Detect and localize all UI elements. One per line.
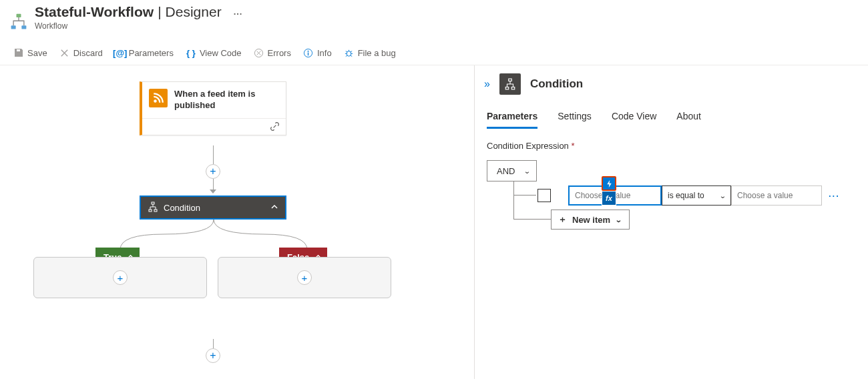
dynamic-content-button[interactable] bbox=[602, 176, 616, 191]
info-icon bbox=[303, 47, 314, 58]
designer-canvas[interactable]: When a feed item is published + Conditio… bbox=[0, 65, 474, 379]
discard-icon bbox=[59, 47, 70, 58]
command-bar: Save Discard [@] Parameters { } View Cod… bbox=[0, 41, 868, 65]
discard-button[interactable]: Discard bbox=[59, 47, 103, 58]
workflow-name: Stateful-Workflow bbox=[35, 4, 154, 20]
group-operator-label: AND bbox=[497, 166, 515, 176]
save-button[interactable]: Save bbox=[13, 47, 47, 58]
condition-icon bbox=[499, 73, 521, 95]
properties-panel: » Condition Parameters Settings Code Vie… bbox=[474, 65, 868, 379]
condition-title: Condition bbox=[164, 203, 200, 213]
save-icon bbox=[13, 47, 24, 58]
svg-point-5 bbox=[308, 50, 309, 51]
panel-tabs: Parameters Settings Code View About bbox=[487, 111, 852, 129]
svg-point-7 bbox=[347, 51, 351, 56]
discard-label: Discard bbox=[73, 48, 103, 58]
row-checkbox[interactable] bbox=[537, 189, 551, 202]
file-bug-label: File a bug bbox=[358, 48, 396, 58]
svg-rect-9 bbox=[152, 202, 154, 204]
file-bug-button[interactable]: File a bug bbox=[344, 47, 396, 58]
info-label: Info bbox=[317, 48, 332, 58]
tab-code-view[interactable]: Code View bbox=[612, 111, 656, 129]
chevron-down-icon: ⌄ bbox=[523, 167, 530, 175]
braces-icon: { } bbox=[186, 47, 196, 58]
new-item-button[interactable]: ＋ New item ⌄ bbox=[551, 210, 630, 230]
page-header: Stateful-Workflow | Designer ··· Workflo… bbox=[0, 0, 868, 31]
connector-curve bbox=[114, 220, 217, 250]
true-branch-box: + bbox=[33, 257, 207, 298]
panel-title: Condition bbox=[530, 77, 583, 91]
operator-label: is equal to bbox=[668, 191, 704, 200]
connector-line bbox=[213, 145, 214, 164]
chevron-down-icon: ⌄ bbox=[615, 216, 622, 224]
svg-rect-0 bbox=[17, 14, 21, 17]
parameters-label: Parameters bbox=[129, 48, 174, 58]
tab-parameters[interactable]: Parameters bbox=[487, 111, 537, 129]
svg-rect-6 bbox=[308, 52, 308, 55]
errors-label: Errors bbox=[268, 48, 291, 58]
condition-row: fx is equal to ⌄ ··· bbox=[537, 185, 840, 206]
add-action-button[interactable]: + bbox=[113, 270, 128, 285]
connection-icon[interactable] bbox=[270, 121, 280, 132]
tree-line bbox=[513, 181, 514, 219]
token-picker: fx bbox=[602, 176, 616, 206]
chevron-down-icon: ⌄ bbox=[719, 192, 726, 200]
arrow-icon bbox=[210, 189, 216, 193]
collapse-panel-button[interactable]: » bbox=[484, 78, 490, 90]
chevron-up-icon bbox=[270, 203, 278, 213]
errors-button[interactable]: Errors bbox=[254, 47, 291, 58]
row-menu-button[interactable]: ··· bbox=[829, 191, 840, 201]
tree-line bbox=[513, 195, 536, 196]
condition-node[interactable]: Condition bbox=[140, 196, 286, 220]
svg-rect-10 bbox=[149, 210, 152, 212]
tab-about[interactable]: About bbox=[676, 111, 701, 129]
view-code-button[interactable]: { } View Code bbox=[186, 47, 242, 58]
condition-expression-label: Condition Expression * bbox=[487, 141, 852, 151]
resource-type-label: Workflow bbox=[35, 21, 859, 31]
section-name: Designer bbox=[166, 4, 222, 20]
svg-rect-1 bbox=[11, 25, 16, 29]
svg-rect-2 bbox=[21, 25, 26, 29]
trigger-title: When a feed item is published bbox=[174, 89, 278, 111]
more-actions-button[interactable]: ··· bbox=[234, 9, 243, 19]
svg-rect-12 bbox=[509, 79, 512, 81]
svg-rect-11 bbox=[154, 210, 157, 212]
svg-point-8 bbox=[154, 99, 157, 103]
view-code-label: View Code bbox=[200, 48, 242, 58]
tab-settings[interactable]: Settings bbox=[558, 111, 592, 129]
rss-icon bbox=[149, 89, 168, 107]
parameters-button[interactable]: [@] Parameters bbox=[115, 47, 174, 58]
expression-button[interactable]: fx bbox=[602, 191, 616, 206]
add-step-button[interactable]: + bbox=[206, 348, 220, 363]
connector-curve bbox=[210, 220, 314, 250]
new-item-label: New item bbox=[572, 215, 610, 225]
add-action-button[interactable]: + bbox=[297, 270, 312, 285]
parameters-icon: [@] bbox=[115, 47, 126, 58]
svg-rect-14 bbox=[511, 87, 515, 89]
expression-builder: AND ⌄ fx is equal to ⌄ bbox=[487, 160, 852, 181]
save-label: Save bbox=[27, 48, 47, 58]
info-button[interactable]: Info bbox=[303, 47, 332, 58]
false-branch-box: + bbox=[218, 257, 391, 298]
tree-line bbox=[513, 219, 551, 220]
logic-app-icon bbox=[9, 13, 28, 31]
connector-line bbox=[213, 339, 214, 348]
right-value-input[interactable] bbox=[731, 185, 822, 206]
trigger-node[interactable]: When a feed item is published bbox=[140, 81, 286, 135]
svg-rect-13 bbox=[505, 87, 509, 89]
operator-select[interactable]: is equal to ⌄ bbox=[662, 185, 731, 206]
condition-icon bbox=[148, 202, 158, 214]
title-separator: | bbox=[158, 4, 161, 20]
plus-icon: ＋ bbox=[558, 214, 567, 226]
bug-icon bbox=[344, 47, 355, 58]
group-operator-select[interactable]: AND ⌄ bbox=[487, 160, 537, 181]
error-icon bbox=[254, 47, 264, 58]
add-step-button[interactable]: + bbox=[206, 164, 220, 179]
connector-line bbox=[213, 179, 214, 189]
